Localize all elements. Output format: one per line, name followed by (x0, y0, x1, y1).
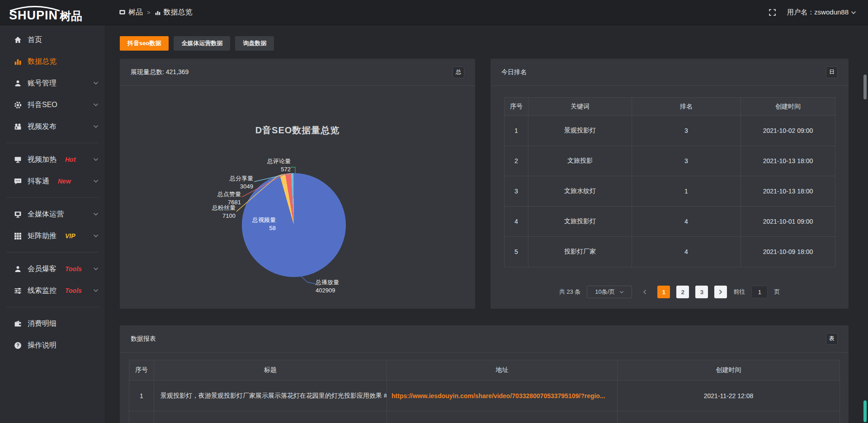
pie-label-name: 总分享量 (230, 174, 253, 183)
cell-rank: 1 (632, 176, 741, 207)
pie-label-comments: 总评论量 572 (267, 157, 291, 174)
total-view-button[interactable]: 总 (453, 66, 464, 78)
svg-text:?: ? (16, 343, 19, 348)
cell-keyword: 景观投影灯 (528, 116, 632, 146)
chevron-down-icon (93, 289, 99, 292)
table-row: 4 文旅投影灯 4 2021-10-01 09:00 (505, 207, 835, 237)
sidebar-item-member-baoke[interactable]: 会员爆客 Tools (0, 258, 105, 280)
ranking-table: 序号 关键词 排名 创建时间 1 景观投影灯 3 2021-10-02 09:0… (504, 97, 835, 267)
sidebar-item-data-overview[interactable]: 数据总览 (0, 51, 105, 72)
breadcrumb-root-label: 树品 (128, 8, 143, 17)
prev-page-button[interactable] (638, 286, 651, 298)
cell-keyword: 投影灯厂家 (528, 237, 632, 267)
sidebar-item-video-heat[interactable]: 视频加热 Hot (0, 149, 105, 170)
pie-label-name: 总点赞量 (217, 190, 241, 198)
cell-created: 2021-11-22 12:08 (618, 381, 840, 411)
cell-rank: 4 (632, 237, 741, 267)
day-view-button[interactable]: 日 (826, 66, 838, 78)
cell-index: 1 (505, 116, 528, 146)
goto-page-input[interactable] (751, 286, 768, 298)
pie-label-fans: 总粉丝量 7100 (212, 204, 236, 220)
sidebar: 首页 数据总览 账号管理 抖音SEO 视频发布 视频加热 Hot 抖客通 New… (0, 25, 105, 423)
sidebar-item-douyin-seo[interactable]: 抖音SEO (0, 94, 105, 116)
cell-index (129, 411, 154, 423)
sidebar-item-omnimedia[interactable]: 全媒体运营 (0, 203, 105, 225)
col-created: 创建时间 (741, 98, 835, 116)
cell-index: 5 (505, 237, 528, 267)
home-icon (14, 36, 22, 44)
pie-label-shares: 总分享量 3049 (230, 174, 253, 191)
pie-label-plays: 总播放量 402909 (316, 278, 339, 295)
video-camera-icon (14, 122, 22, 131)
logo-arc-icon (8, 5, 61, 11)
sidebar-item-consumption[interactable]: 消费明细 (0, 313, 105, 334)
cell-url (387, 411, 618, 423)
breadcrumb: 树品 > 数据总览 (119, 8, 193, 17)
logo-text-cn: 树品 (60, 10, 82, 22)
sidebar-item-label: 抖音SEO (28, 100, 57, 110)
cell-keyword: 文旅投影 (528, 146, 632, 176)
pie-label-value: 3049 (230, 183, 253, 191)
grid-icon (14, 232, 22, 240)
sidebar-item-home[interactable]: 首页 (0, 29, 105, 51)
pie-label-value: 58 (252, 224, 276, 232)
fullscreen-icon[interactable] (769, 9, 776, 16)
cell-title (154, 411, 387, 423)
cell-created: 2021-10-02 09:00 (741, 116, 835, 146)
chevron-right-icon (719, 289, 722, 295)
vip-badge: VIP (65, 232, 75, 240)
site-icon (119, 9, 126, 16)
sidebar-item-matrix-boost[interactable]: 矩阵助推 VIP (0, 225, 105, 247)
scroll-indicator[interactable] (863, 400, 867, 422)
page-size-select[interactable]: 10条/页 (587, 286, 632, 298)
wallet-icon (14, 320, 22, 328)
question-circle-icon: ? (14, 341, 22, 349)
chevron-left-icon (643, 289, 646, 295)
tab-douyin-seo-data[interactable]: 抖音seo数据 (120, 36, 169, 51)
table-header-row: 序号 关键词 排名 创建时间 (505, 98, 835, 116)
chart-panel-header: 展现量总数: 421,369 总 (120, 59, 475, 86)
today-ranking-panel: 今日排名 日 序号 关键词 排名 创建时间 1 景观投影灯 3 2021-10-… (491, 59, 849, 309)
breadcrumb-root[interactable]: 树品 (119, 8, 143, 17)
pie-label-value: 402909 (316, 287, 339, 295)
page-button-3[interactable]: 3 (695, 286, 708, 298)
goto-unit: 页 (774, 288, 780, 296)
table-view-button[interactable]: 表 (826, 333, 838, 345)
table-row: 1 景观投影灯 3 2021-10-02 09:00 (505, 116, 835, 146)
col-created: 创建时间 (618, 360, 840, 381)
table-row: 1 景观投影灯，夜游景观投影灯厂家展示展示落花灯在花园里的灯光投影应用效果 # … (129, 381, 840, 411)
cell-created: 2021-10-13 18:00 (741, 146, 835, 176)
sidebar-item-account[interactable]: 账号管理 (0, 72, 105, 94)
user-menu[interactable]: 用户名：zswodun88 (787, 8, 856, 17)
pie-label-name: 总评论量 (267, 157, 291, 165)
col-index: 序号 (505, 98, 528, 116)
chat-bubble-icon (14, 177, 22, 185)
sidebar-item-douketong[interactable]: 抖客通 New (0, 170, 105, 192)
col-keyword: 关键词 (528, 98, 632, 116)
gear-icon (14, 101, 22, 109)
page-button-1[interactable]: 1 (657, 286, 670, 298)
tab-inquiry-data[interactable]: 询盘数据 (235, 36, 274, 51)
sidebar-item-lead-monitor[interactable]: 线索监控 Tools (0, 280, 105, 301)
table-row: 3 文旅水纹灯 1 2021-10-13 18:00 (505, 176, 835, 207)
video-link[interactable]: https://www.iesdouyin.com/share/video/70… (387, 381, 618, 411)
ranking-panel-title: 今日排名 (501, 68, 527, 76)
chevron-down-icon (93, 103, 99, 107)
chevron-down-icon (93, 212, 99, 216)
sidebar-item-label: 操作说明 (28, 341, 57, 350)
pie-label-name: 总粉丝量 (212, 204, 236, 212)
monitor-icon (14, 155, 22, 164)
sidebar-item-video-publish[interactable]: 视频发布 (0, 116, 105, 137)
cell-index: 1 (129, 381, 154, 411)
table-row-partial (129, 411, 840, 423)
sidebar-item-label: 会员爆客 (28, 264, 57, 274)
table-row: 2 文旅投影 3 2021-10-13 18:00 (505, 146, 835, 176)
sidebar-item-help[interactable]: ? 操作说明 (0, 334, 105, 356)
page-button-2[interactable]: 2 (676, 286, 689, 298)
breadcrumb-current[interactable]: 数据总览 (155, 8, 193, 17)
member-icon (14, 265, 22, 273)
cell-created: 2021-10-01 09:00 (741, 207, 835, 237)
tab-omnimedia-data[interactable]: 全媒体运营数据 (174, 36, 230, 51)
scrollbar-thumb[interactable] (863, 75, 867, 99)
next-page-button[interactable] (714, 286, 727, 298)
